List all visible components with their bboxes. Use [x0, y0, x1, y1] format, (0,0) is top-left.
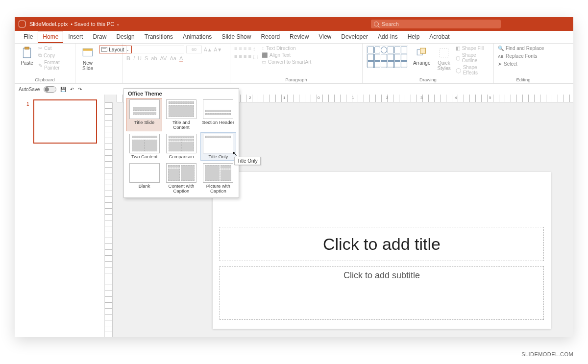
- layout-option-picture-caption[interactable]: Picture with Caption: [201, 162, 236, 194]
- autosave-label: AutoSave: [19, 87, 40, 92]
- subtitle-placeholder[interactable]: Click to add subtitle: [220, 266, 544, 320]
- text-direction-icon: ↕: [262, 46, 264, 51]
- tab-view[interactable]: View: [314, 31, 336, 43]
- group-font: 60 A▲A▼ BIUSabAVAaA: [122, 44, 230, 83]
- tab-help[interactable]: Help: [403, 31, 425, 43]
- tab-developer[interactable]: Developer: [336, 31, 373, 43]
- tab-file[interactable]: File: [19, 31, 38, 43]
- group-label-editing: Editing: [494, 77, 553, 82]
- layout-option-blank[interactable]: Blank: [127, 162, 162, 194]
- slide-thumbnail-panel: 1: [15, 95, 105, 337]
- workspace: 1 5 4 3 2 1 0 1 2 3 4 5 Click to add tit…: [15, 95, 573, 337]
- tab-slide-show[interactable]: Slide Show: [217, 31, 256, 43]
- slide-number: 1: [26, 101, 29, 107]
- layout-gallery-popup: Office Theme Title Slide Title and Conte…: [123, 88, 239, 198]
- group-slides: New Slide Layout ⌄: [75, 44, 122, 83]
- group-clipboard: Paste ✂Cut ⧉Copy ✎Format Painter Clipboa…: [15, 44, 75, 83]
- tab-animations[interactable]: Animations: [178, 31, 217, 43]
- save-icon[interactable]: 💾: [60, 87, 66, 92]
- redo-button[interactable]: ↷: [78, 87, 82, 92]
- new-slide-button[interactable]: New Slide: [79, 46, 96, 72]
- ribbon: Paste ✂Cut ⧉Copy ✎Format Painter Clipboa…: [15, 44, 573, 84]
- save-status: • Saved to this PC: [71, 21, 114, 27]
- layout-option-section-header[interactable]: Section Header: [201, 98, 236, 131]
- cut-button[interactable]: ✂Cut: [38, 46, 71, 51]
- outline-icon: ▢: [456, 55, 460, 61]
- tab-review[interactable]: Review: [285, 31, 314, 43]
- svg-rect-6: [440, 49, 448, 57]
- title-placeholder[interactable]: Click to add title: [220, 227, 544, 261]
- tab-addins[interactable]: Add-ins: [373, 31, 403, 43]
- shape-outline-button[interactable]: ▢Shape Outline: [456, 52, 490, 63]
- layout-option-comparison[interactable]: Comparison: [164, 133, 198, 160]
- mouse-cursor-icon: ↖: [232, 150, 238, 157]
- layout-option-title-content[interactable]: Title and Content: [164, 98, 198, 131]
- tab-home[interactable]: Home: [38, 31, 63, 43]
- group-label-paragraph: Paragraph: [230, 77, 362, 82]
- paste-button[interactable]: Paste: [19, 46, 35, 67]
- vertical-ruler: [105, 102, 113, 337]
- fill-icon: ◧: [456, 46, 460, 51]
- layout-option-two-content[interactable]: Two Content: [127, 133, 162, 160]
- group-editing: 🔍Find and Replace ᴀʙReplace Fonts ➤Selec…: [494, 44, 553, 83]
- group-drawing: Arrange Quick Styles ◧Shape Fill ▢Shape …: [363, 44, 494, 83]
- layout-tooltip: Title Only: [234, 157, 261, 165]
- svg-rect-5: [420, 48, 425, 53]
- copy-icon: ⧉: [38, 52, 42, 58]
- find-replace-button[interactable]: 🔍Find and Replace: [498, 46, 549, 51]
- smartart-icon: ▭: [262, 59, 266, 65]
- slide-thumbnail-1[interactable]: [33, 99, 97, 144]
- convert-smartart-button[interactable]: ▭Convert to SmartArt: [262, 59, 311, 65]
- brush-icon: ✎: [38, 63, 42, 68]
- cursor-icon: ➤: [498, 61, 502, 67]
- quick-styles-button[interactable]: Quick Styles: [435, 46, 452, 72]
- autosave-toggle[interactable]: [44, 86, 56, 93]
- scissors-icon: ✂: [38, 46, 42, 51]
- svg-rect-0: [23, 48, 30, 58]
- replace-icon: ᴀʙ: [498, 53, 504, 59]
- layout-option-content-caption[interactable]: Content with Caption: [164, 162, 198, 194]
- arrange-button[interactable]: Arrange: [411, 46, 433, 67]
- undo-button[interactable]: ↶: [70, 87, 74, 92]
- tab-transitions[interactable]: Transitions: [140, 31, 178, 43]
- select-button[interactable]: ➤Select: [498, 61, 549, 67]
- text-direction-button[interactable]: ↕Text Direction: [262, 46, 311, 51]
- layout-option-title-slide[interactable]: Title Slide: [127, 98, 162, 131]
- shape-gallery[interactable]: [367, 46, 408, 67]
- svg-rect-3: [83, 49, 93, 50]
- layout-option-title-only[interactable]: Title Only: [201, 133, 236, 160]
- tab-acrobat[interactable]: Acrobat: [424, 31, 454, 43]
- layout-gallery-header: Office Theme: [124, 89, 239, 98]
- search-icon: [374, 22, 379, 26]
- ribbon-tabs: File Home Insert Draw Design Transitions…: [15, 31, 573, 44]
- shape-fill-button[interactable]: ◧Shape Fill: [456, 46, 490, 51]
- group-paragraph: ≡ ≡ ≡ ≡ ↕ ≡ ≡ ≡ ≡ ⬚ ↕Text Direction ⬛Ali…: [230, 44, 363, 83]
- quick-access-bar: AutoSave 💾 ↶ ↷: [15, 84, 86, 95]
- slide-canvas[interactable]: Click to add title Click to add subtitle: [213, 172, 551, 329]
- tab-design[interactable]: Design: [111, 31, 139, 43]
- shape-effects-button[interactable]: ◯Shape Effects: [456, 65, 490, 75]
- align-icon: ⬛: [262, 52, 268, 58]
- tab-record[interactable]: Record: [256, 31, 285, 43]
- title-bar: SlideModel.pptx • Saved to this PC ⌄ Sea…: [15, 17, 573, 31]
- replace-fonts-button[interactable]: ᴀʙReplace Fonts: [498, 53, 549, 59]
- search-placeholder: Search: [382, 21, 399, 27]
- powerpoint-icon: [19, 21, 25, 27]
- chevron-down-icon[interactable]: ⌄: [116, 22, 120, 26]
- effects-icon: ◯: [456, 68, 461, 73]
- search-box[interactable]: Search: [371, 20, 501, 28]
- document-name: SlideModel.pptx: [29, 21, 68, 27]
- search-icon: 🔍: [498, 46, 504, 51]
- layout-icon: [101, 47, 107, 52]
- tab-draw[interactable]: Draw: [88, 31, 111, 43]
- format-painter-button[interactable]: ✎Format Painter: [38, 60, 71, 71]
- group-label-drawing: Drawing: [363, 77, 493, 82]
- copy-button[interactable]: ⧉Copy: [38, 52, 71, 58]
- group-label-clipboard: Clipboard: [15, 77, 75, 82]
- tab-insert[interactable]: Insert: [63, 31, 88, 43]
- svg-rect-1: [25, 47, 29, 49]
- align-text-button[interactable]: ⬛Align Text: [262, 52, 311, 58]
- watermark: SLIDEMODEL.COM: [521, 351, 573, 357]
